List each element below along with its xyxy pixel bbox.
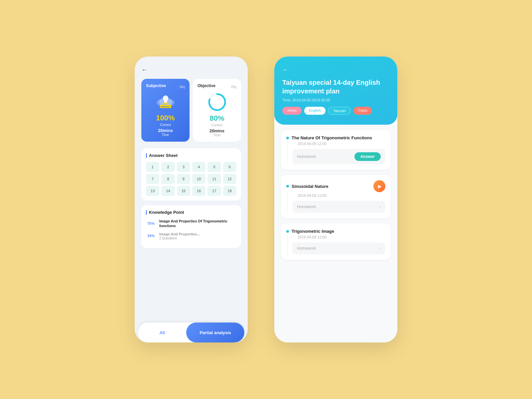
tag-taiyuan[interactable]: Taiyuan — [328, 107, 351, 115]
objective-time: 20mins — [198, 128, 236, 133]
toggle-partial-button[interactable]: Partial analysis — [186, 323, 244, 342]
homework-label-1: Homework — [297, 154, 316, 159]
subjective-correct-label: Correct — [146, 123, 185, 127]
cell-12[interactable]: 12 — [223, 174, 236, 184]
title-bar — [146, 153, 147, 158]
back-arrow-left[interactable]: ← — [141, 66, 241, 73]
cell-9[interactable]: 9 — [177, 174, 190, 184]
cell-18[interactable]: 18 — [223, 186, 236, 196]
answer-grid: 1 2 3 4 5 6 7 8 9 10 11 12 13 14 15 16 1… — [146, 162, 236, 196]
left-phone: ← Subjective 34q — [135, 57, 248, 342]
lesson-title-row-2: Sinusoidal Nature — [286, 184, 329, 189]
knowledge-text-1: Image And Properties Of Trigonometric fu… — [159, 219, 236, 228]
lesson-item-3: Trigonometric Image 2019-04-09 12:00 Hom… — [281, 223, 391, 260]
cell-11[interactable]: 11 — [207, 174, 221, 184]
lesson-dot-3 — [286, 230, 289, 233]
knowledge-title-2: Image And Properties... — [159, 232, 236, 236]
bottom-toggle: All Partial analysis — [138, 323, 244, 342]
lesson-title-3: Trigonometric Image — [292, 229, 334, 234]
knowledge-item-1[interactable]: 75% Image And Properties Of Trigonometri… — [146, 219, 236, 228]
play-icon-2: ▶ — [378, 184, 382, 189]
subjective-label: Subjective — [146, 83, 166, 88]
phone-header: ← Taiyuan special 14-day English improve… — [274, 57, 397, 125]
trophy-icon: PERFECT — [154, 93, 177, 111]
answer-sheet-section: Answer Sheet 1 2 3 4 5 6 7 8 9 10 11 12 … — [141, 148, 241, 200]
objective-count: 26q — [231, 85, 236, 89]
cell-17[interactable]: 17 — [207, 186, 221, 196]
lessons-content: The Nature Of Trigonometric Functions 20… — [274, 125, 397, 342]
objective-correct-label: Correct — [198, 123, 236, 127]
lesson-header-3: Trigonometric Image — [286, 229, 385, 234]
lesson-title-row-3: Trigonometric Image — [286, 229, 334, 234]
cell-1[interactable]: 1 — [146, 162, 159, 172]
objective-circle — [207, 92, 227, 112]
chevron-icon-2: › — [379, 204, 381, 209]
homework-label-3: Homework — [297, 246, 316, 251]
tag-english[interactable]: English — [304, 107, 326, 115]
lesson-header-1: The Nature Of Trigonometric Functions — [286, 135, 385, 140]
lesson-divider-2: 2019-04-09 12:00 Homework › — [287, 194, 385, 213]
knowledge-text-2: Image And Properties... 2 Questions — [159, 232, 236, 240]
cell-13[interactable]: 13 — [146, 186, 159, 196]
homework-row-1: Homework Answer — [292, 149, 385, 164]
cell-14[interactable]: 14 — [161, 186, 175, 196]
back-arrow-right[interactable]: ← — [282, 66, 389, 73]
answer-button-1[interactable]: Answer — [354, 152, 381, 161]
tags-container: Junior English Taiyuan Class — [282, 107, 389, 115]
cell-3[interactable]: 3 — [177, 162, 190, 172]
knowledge-title-1: Image And Properties Of Trigonometric fu… — [159, 219, 236, 228]
tag-junior[interactable]: Junior — [282, 107, 302, 115]
lesson-date-1: 2019-04-09 12:00 — [298, 142, 385, 146]
cell-16[interactable]: 16 — [192, 186, 205, 196]
cell-4[interactable]: 4 — [192, 162, 205, 172]
toggle-all-button[interactable]: All — [138, 323, 186, 342]
svg-rect-5 — [163, 103, 169, 104]
cell-7[interactable]: 7 — [146, 174, 159, 184]
cell-2[interactable]: 2 — [161, 162, 175, 172]
lesson-date-3: 2019-04-09 12:00 — [298, 235, 385, 239]
knowledge-percent-1: 75% — [146, 221, 156, 225]
knowledge-item-2[interactable]: 34% Image And Properties... 2 Questions — [146, 232, 236, 240]
lesson-title-1: The Nature Of Trigonometric Functions — [292, 135, 372, 140]
knowledge-percent-2: 34% — [146, 234, 156, 238]
homework-row-3[interactable]: Homework › — [292, 242, 385, 254]
lesson-divider-1: 2019-04-09 12:00 Homework Answer — [287, 142, 385, 164]
lesson-item-2: Sinusoidal Nature ▶ 2019-04-09 12:00 Hom… — [281, 175, 391, 218]
knowledge-title: Knowledge Point — [146, 210, 236, 215]
objective-card: Objective 26q 80% Correct 20mins Time — [193, 79, 241, 142]
answer-sheet-title: Answer Sheet — [146, 153, 236, 158]
knowledge-sub-2: 2 Questions — [159, 236, 236, 240]
play-button-2[interactable]: ▶ — [373, 180, 385, 192]
cell-5[interactable]: 5 — [207, 162, 221, 172]
objective-time-label: Time — [198, 133, 236, 137]
lesson-title-2: Sinusoidal Nature — [292, 184, 329, 189]
subjective-time-label: Time — [146, 133, 185, 137]
cell-10[interactable]: 10 — [192, 174, 205, 184]
title-bar-2 — [146, 210, 147, 215]
objective-percent: 80% — [198, 114, 236, 123]
lesson-header-2: Sinusoidal Nature ▶ — [286, 180, 385, 192]
lesson-date-2: 2019-04-09 12:00 — [298, 194, 385, 198]
plan-time: Time: 2019.04.05-2019.05.05 — [282, 98, 389, 102]
subjective-percent: 100% — [146, 114, 185, 122]
right-phone: ← Taiyuan special 14-day English improve… — [274, 57, 397, 342]
score-section: Subjective 34q PERFECT — [141, 79, 241, 142]
lesson-dot-1 — [286, 137, 289, 139]
subjective-time: 20mins — [146, 128, 185, 133]
lesson-title-row-1: The Nature Of Trigonometric Functions — [286, 135, 372, 140]
knowledge-section: Knowledge Point 75% Image And Properties… — [141, 205, 241, 248]
homework-row-2[interactable]: Homework › — [292, 201, 385, 213]
cell-15[interactable]: 15 — [177, 186, 190, 196]
cell-8[interactable]: 8 — [161, 174, 175, 184]
plan-title: Taiyuan special 14-day English improveme… — [282, 78, 389, 95]
svg-rect-3 — [163, 95, 168, 101]
tag-class[interactable]: Class — [353, 107, 372, 115]
lesson-item-1: The Nature Of Trigonometric Functions 20… — [281, 130, 391, 170]
cell-6[interactable]: 6 — [223, 162, 236, 172]
lesson-divider-3: 2019-04-09 12:00 Homework › — [287, 235, 385, 254]
objective-label: Objective — [198, 83, 215, 88]
subjective-count: 34q — [179, 85, 185, 89]
svg-text:PERFECT: PERFECT — [161, 106, 170, 108]
chevron-icon-3: › — [379, 246, 381, 251]
homework-label-2: Homework — [297, 204, 316, 209]
